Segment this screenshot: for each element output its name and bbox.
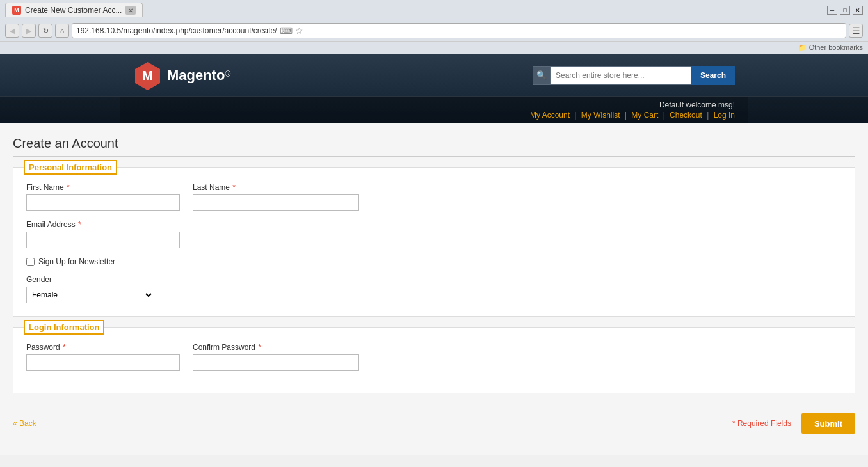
- login-information-section: Login Information Password * Confirm Pas…: [13, 327, 855, 393]
- reload-button[interactable]: ↻: [38, 24, 52, 38]
- tab-title: Create New Customer Acc...: [25, 6, 122, 15]
- logo-area[interactable]: M Magento®: [133, 61, 230, 90]
- browser-titlebar: M Create New Customer Acc... ✕ ─ □ ✕: [0, 0, 868, 20]
- gender-label: Gender: [26, 275, 842, 284]
- password-label: Password *: [26, 343, 180, 352]
- address-bar[interactable]: 192.168.10.5/magento/index.php/customer/…: [72, 23, 846, 38]
- search-area: 🔍 Search: [533, 66, 735, 85]
- search-icon: 🔍: [533, 66, 551, 85]
- personal-fieldset-body: First Name * Last Name *: [13, 168, 855, 316]
- page-title: Create an Account: [13, 136, 855, 157]
- header-nav: Default welcome msg! My Account | My Wis…: [120, 97, 748, 123]
- svg-text:M: M: [142, 68, 153, 83]
- logo-text: Magento®: [167, 67, 230, 84]
- search-input[interactable]: [551, 66, 691, 85]
- browser-toolbar: ◀ ▶ ↻ ⌂ 192.168.10.5/magento/index.php/c…: [0, 20, 868, 41]
- bookmarks-bar: 📁 Other bookmarks: [0, 41, 868, 54]
- site-wrapper: M Magento® 🔍 Search Default welcome msg!…: [0, 54, 868, 455]
- header-top: M Magento® 🔍 Search: [120, 54, 748, 96]
- gender-group: Gender Female Male: [26, 275, 842, 303]
- back-link[interactable]: « Back: [13, 419, 36, 428]
- browser-menu-button[interactable]: ☰: [849, 24, 863, 38]
- nav-links: My Account | My Wishlist | My Cart | Che…: [133, 111, 735, 120]
- minimize-button[interactable]: ─: [827, 6, 837, 15]
- main-content: Create an Account Personal Information F…: [0, 123, 868, 455]
- password-row: Password * Confirm Password *: [26, 343, 842, 371]
- search-button[interactable]: Search: [691, 66, 735, 85]
- bookmarks-folder-icon: 📁: [798, 44, 807, 52]
- address-text: 192.168.10.5/magento/index.php/customer/…: [76, 26, 277, 35]
- bookmarks-link[interactable]: Other bookmarks: [809, 44, 863, 52]
- first-name-label: First Name *: [26, 183, 180, 192]
- star-icon[interactable]: ☆: [295, 26, 303, 36]
- confirm-password-group: Confirm Password *: [193, 343, 346, 371]
- last-name-label: Last Name *: [193, 183, 346, 192]
- home-button[interactable]: ⌂: [55, 24, 69, 38]
- required-fields-note: * Required Fields: [36, 419, 791, 428]
- confirm-password-label: Confirm Password *: [193, 343, 346, 352]
- close-button[interactable]: ✕: [853, 6, 863, 15]
- newsletter-label[interactable]: Sign Up for Newsletter: [38, 257, 115, 266]
- submit-button[interactable]: Submit: [801, 413, 855, 434]
- email-label: Email Address *: [26, 220, 180, 229]
- email-row: Email Address *: [26, 220, 842, 248]
- personal-information-legend: Personal Information: [24, 160, 117, 175]
- my-account-link[interactable]: My Account: [530, 111, 570, 120]
- welcome-message: Default welcome msg!: [133, 100, 735, 109]
- forward-nav-button[interactable]: ▶: [22, 24, 36, 38]
- login-fieldset-body: Password * Confirm Password *: [13, 328, 855, 393]
- confirm-password-input[interactable]: [193, 354, 359, 371]
- browser-chrome: M Create New Customer Acc... ✕ ─ □ ✕ ◀ ▶…: [0, 0, 868, 54]
- maximize-button[interactable]: □: [840, 6, 850, 15]
- site-header: M Magento® 🔍 Search Default welcome msg!…: [0, 54, 868, 123]
- login-information-legend: Login Information: [24, 320, 104, 335]
- my-cart-link[interactable]: My Cart: [631, 111, 658, 120]
- personal-information-section: Personal Information First Name * Last N…: [13, 167, 855, 317]
- email-group: Email Address *: [26, 220, 180, 248]
- email-input[interactable]: [26, 232, 180, 248]
- my-wishlist-link[interactable]: My Wishlist: [581, 111, 620, 120]
- name-row: First Name * Last Name *: [26, 183, 842, 211]
- tab-close-button[interactable]: ✕: [125, 6, 136, 15]
- checkout-link[interactable]: Checkout: [670, 111, 702, 120]
- last-name-input[interactable]: [193, 194, 359, 211]
- browser-tab[interactable]: M Create New Customer Acc... ✕: [5, 3, 143, 17]
- key-icon: ⌨: [280, 26, 293, 36]
- password-input[interactable]: [26, 354, 180, 371]
- password-group: Password *: [26, 343, 180, 371]
- first-name-input[interactable]: [26, 194, 180, 211]
- window-controls: ─ □ ✕: [827, 6, 863, 15]
- first-name-group: First Name *: [26, 183, 180, 211]
- newsletter-row: Sign Up for Newsletter: [26, 257, 842, 266]
- form-footer: « Back * Required Fields Submit: [13, 404, 855, 443]
- newsletter-checkbox[interactable]: [26, 258, 35, 266]
- magento-logo-icon: M: [133, 61, 162, 90]
- back-nav-button[interactable]: ◀: [5, 24, 19, 38]
- last-name-group: Last Name *: [193, 183, 346, 211]
- tab-favicon: M: [12, 6, 21, 15]
- log-in-link[interactable]: Log In: [714, 111, 735, 120]
- gender-select[interactable]: Female Male: [26, 287, 154, 303]
